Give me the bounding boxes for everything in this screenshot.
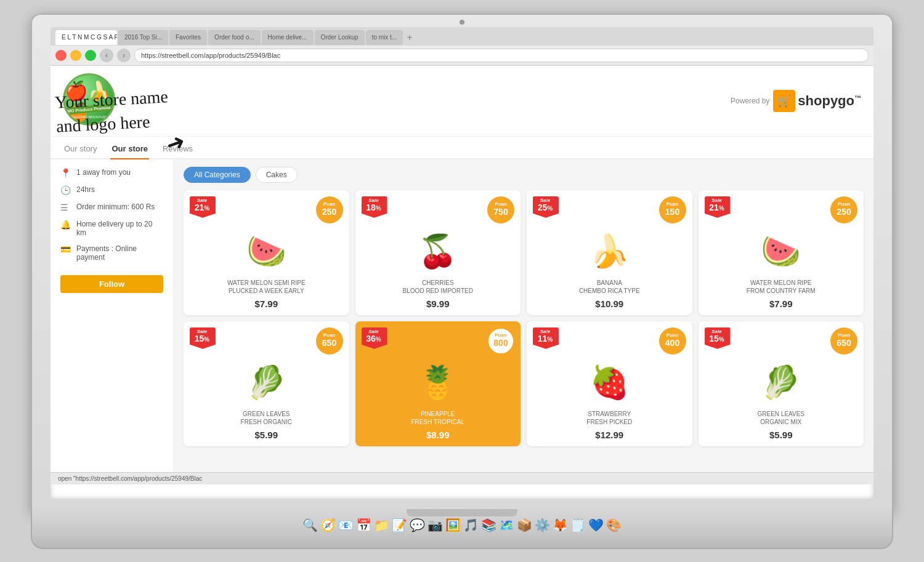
product-image-2: 🍒 <box>362 227 515 276</box>
product-card-2[interactable]: Sale 18% Puan 750 🍒 CHERRIESBLOOD <box>355 190 521 315</box>
dock-icon-safari[interactable]: 🧭 <box>320 518 336 532</box>
tab-our-store[interactable]: Our store <box>110 142 149 159</box>
dock-icon-messages[interactable]: 💬 <box>410 518 425 532</box>
sidebar-item-minimum: ☰ Order minimum: 600 Rs <box>60 203 163 212</box>
tab-our-story[interactable]: Our story <box>63 142 98 159</box>
close-button[interactable] <box>55 50 67 61</box>
product-price-2: $9.99 <box>362 299 515 309</box>
filter-all-categories[interactable]: All Categories <box>184 167 251 183</box>
sale-badge-8: Sale 15% <box>705 327 731 349</box>
product-name-8: GREEN LEAVESORGANIC MIX <box>705 410 858 427</box>
browser-tab-lookup[interactable]: Order Lookup <box>315 30 365 45</box>
dock-icon-stickies[interactable]: 🗒️ <box>570 518 586 532</box>
dock-icon-facetime[interactable]: 📷 <box>428 518 443 532</box>
sale-badge-6: Sale 36% <box>362 327 387 349</box>
product-badges-5: Sale 15% Puan 650 <box>190 327 343 355</box>
clock-icon: 🕒 <box>60 185 71 195</box>
product-name-7: STRAWBERRYFRESH PICKED <box>533 410 686 427</box>
dock-icon-maps[interactable]: 🗺️ <box>499 518 514 532</box>
hours-text: 24hrs <box>76 185 95 194</box>
back-button[interactable]: ‹ <box>100 49 113 62</box>
dock-icon-settings[interactable]: ⚙️ <box>535 518 550 532</box>
product-name-1: WATER MELON SEMI RIPEPLUCKED A WEEK EARL… <box>190 279 343 296</box>
puan-badge-1: Puan 250 <box>316 196 343 223</box>
product-price-7: $12.99 <box>533 430 686 440</box>
product-name-2: CHERRIESBLOOD RED IMPORTED <box>362 279 515 296</box>
sidebar-item-payment: 💳 Payments : Online payment <box>60 244 163 262</box>
shopygo-icon: 🛒 <box>773 90 795 112</box>
sale-badge-3: Sale 25% <box>533 196 559 218</box>
maximize-button[interactable] <box>85 50 96 61</box>
product-card-7[interactable]: Sale 11% Puan 400 🍓 STRAWBERRYFRE <box>527 321 692 446</box>
product-price-6: $8.99 <box>362 430 515 440</box>
dock-icon-appstore[interactable]: 📦 <box>517 518 532 532</box>
product-card-4[interactable]: Sale 21% Puan 250 🍉 WATER MELON R <box>699 190 864 315</box>
dock-icon-ps[interactable]: 🎨 <box>606 518 622 532</box>
browser-tab-home[interactable]: Home delive... <box>262 30 314 45</box>
product-card-8[interactable]: Sale 15% Puan 650 🥬 GREEN LEAVESO <box>699 321 864 446</box>
browser-chrome: E L T N M C G S A F D 2016 Top Si... Fav… <box>51 27 873 66</box>
product-image-8: 🥬 <box>705 358 858 407</box>
powered-by: Powered by 🛒 shopygo™ <box>731 90 861 112</box>
dock-icon-mail[interactable]: 📧 <box>338 518 354 532</box>
shopygo-name: shopygo™ <box>798 93 861 109</box>
store-annotation: Your store name and logo here <box>54 84 170 138</box>
product-card-3[interactable]: Sale 25% Puan 150 🍌 BANANACHEMBO <box>527 190 692 315</box>
sale-badge-5: Sale 15% <box>190 327 216 349</box>
product-badges-1: Sale 21% Puan 250 <box>190 196 343 223</box>
puan-badge-8: Puan 650 <box>830 327 857 355</box>
dock-icon-calendar[interactable]: 📅 <box>356 518 371 532</box>
dock-icon-finder[interactable]: 🔍 <box>302 518 318 532</box>
product-price-8: $5.99 <box>705 430 858 440</box>
minimize-button[interactable] <box>70 50 81 61</box>
status-bar: open "https://streetbell.com/app/product… <box>51 472 873 484</box>
sale-badge-2: Sale 18% <box>362 196 387 218</box>
browser-tab-mix[interactable]: to mix t... <box>366 30 403 45</box>
dock-icon-skype[interactable]: 💙 <box>588 518 604 532</box>
url-text: https://streetbell.com/app/products/2594… <box>141 52 280 59</box>
product-card-1[interactable]: Sale 21% Puan 250 🍉 WATER MELON S <box>184 190 349 315</box>
product-image-1: 🍉 <box>190 227 343 276</box>
product-price-1: $7.99 <box>190 299 343 309</box>
puan-badge-4: Puan 250 <box>830 196 857 223</box>
dock-icon-firefox[interactable]: 🦊 <box>553 518 568 532</box>
powered-by-text: Powered by <box>731 97 769 105</box>
browser-tab-2016[interactable]: 2016 Top Si... <box>118 30 168 45</box>
product-badges-3: Sale 25% Puan 150 <box>533 196 686 223</box>
product-name-6: PINEAPPLEFRESH TROPICAL <box>362 410 515 427</box>
dock-icon-photos[interactable]: 🖼️ <box>445 518 461 532</box>
shopygo-logo: 🛒 shopygo™ <box>773 90 861 112</box>
products-area: All Categories Cakes Sale 21% <box>174 159 873 472</box>
filter-cakes[interactable]: Cakes <box>256 167 298 183</box>
browser-tab-active[interactable]: E L T N M C G S A F D <box>55 30 117 45</box>
product-card-6[interactable]: Sale 36% Puan 800 🍍 PINEAPPLEFRES <box>355 321 521 446</box>
laptop-screen: E L T N M C G S A F D 2016 Top Si... Fav… <box>51 27 873 499</box>
product-price-3: $10.99 <box>533 299 686 309</box>
sale-badge-7: Sale 11% <box>533 327 559 349</box>
dock-icon-notes[interactable]: 📝 <box>392 518 407 532</box>
product-badges-6: Sale 36% Puan 800 <box>362 327 515 355</box>
puan-badge-5: Puan 650 <box>316 327 343 355</box>
dock-icon-music[interactable]: 🎵 <box>463 518 479 532</box>
dock-icon-files[interactable]: 📁 <box>374 518 389 532</box>
distance-text: 1 away from you <box>76 168 131 177</box>
sidebar-item-hours: 🕒 24hrs <box>60 185 163 195</box>
product-badges-7: Sale 11% Puan 400 <box>533 327 686 355</box>
url-bar[interactable]: https://streetbell.com/app/products/2594… <box>134 49 869 62</box>
dock-icon-books[interactable]: 📚 <box>481 518 496 532</box>
product-card-5[interactable]: Sale 15% Puan 650 🥬 GREEN LEAVESF <box>184 321 349 446</box>
browser-tab-favorites[interactable]: Favorites <box>169 30 207 45</box>
product-badges-8: Sale 15% Puan 650 <box>705 327 858 355</box>
forward-button[interactable]: › <box>117 49 131 62</box>
sale-badge-1: Sale 21% <box>190 196 216 218</box>
delivery-icon: 🔔 <box>60 220 71 230</box>
page-content: 🍎🍌🍊 MO Produce Promise FEEDING MISSOURI … <box>51 66 873 484</box>
follow-button[interactable]: Follow <box>60 275 163 293</box>
minimum-text: Order minimum: 600 Rs <box>76 203 155 211</box>
browser-toolbar: ‹ › https://streetbell.com/app/products/… <box>51 46 873 65</box>
browser-tab-order[interactable]: Order food o... <box>208 30 260 45</box>
sale-badge-4: Sale 21% <box>705 196 731 218</box>
new-tab-button[interactable]: + <box>407 32 412 43</box>
status-text: open "https://streetbell.com/app/product… <box>58 475 202 482</box>
payment-icon: 💳 <box>60 244 71 254</box>
